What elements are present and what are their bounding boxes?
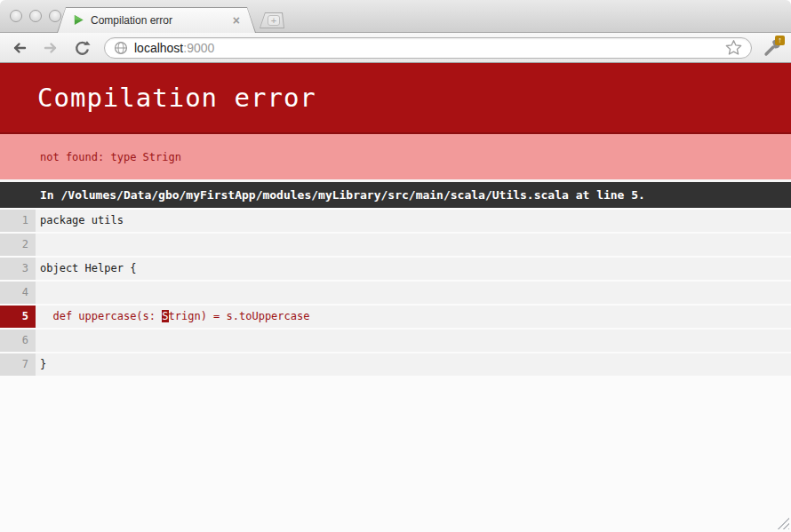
- error-marker: S: [162, 310, 168, 322]
- line-number: 3: [0, 258, 36, 280]
- line-number: 5: [0, 306, 36, 328]
- forward-button[interactable]: [38, 37, 63, 59]
- error-page: Compilation error not found: type Strign…: [0, 63, 791, 531]
- code-line-2: 2: [0, 234, 791, 256]
- code-line-5: 5 def uppercase(s: Strign) = s.toUpperca…: [0, 306, 791, 328]
- code-text: object Helper {: [36, 258, 791, 280]
- error-header: Compilation error: [0, 63, 791, 134]
- forward-arrow-icon: [42, 39, 60, 57]
- browser-toolbar: localhost:9000 ↑: [0, 33, 791, 63]
- play-favicon-icon: [73, 14, 84, 26]
- globe-icon: [114, 41, 128, 55]
- bookmark-star-icon[interactable]: [725, 39, 742, 56]
- traffic-lights: [10, 10, 61, 22]
- tab-close-icon[interactable]: ×: [231, 12, 242, 28]
- url-text[interactable]: localhost:9000: [134, 41, 725, 55]
- back-button[interactable]: [7, 37, 32, 59]
- line-number: 2: [0, 234, 36, 256]
- line-number: 6: [0, 330, 36, 352]
- browser-window: Compilation error × +: [0, 0, 791, 532]
- window-titlebar: Compilation error × +: [0, 0, 791, 33]
- code-text: [36, 234, 791, 256]
- error-message-banner: not found: type Strign: [0, 134, 791, 179]
- code-text: package utils: [36, 210, 791, 232]
- code-text: def uppercase(s: Strign) = s.toUppercase: [36, 306, 791, 328]
- url-port: :9000: [183, 41, 214, 55]
- code-line-3: 3object Helper {: [0, 258, 791, 280]
- wrench-menu-button[interactable]: ↑: [761, 37, 784, 59]
- url-host: localhost: [134, 41, 183, 55]
- plus-icon: +: [268, 15, 280, 26]
- window-minimize-button[interactable]: [29, 10, 42, 22]
- back-arrow-icon: [11, 39, 28, 57]
- reload-icon: [73, 39, 91, 57]
- new-tab-button[interactable]: +: [260, 12, 284, 28]
- window-close-button[interactable]: [10, 10, 22, 22]
- tab-compilation-error[interactable]: Compilation error ×: [57, 7, 256, 33]
- source-location: In /Volumes/Data/gbo/myFirstApp/modules/…: [40, 188, 645, 202]
- code-line-4: 4: [0, 282, 791, 304]
- code-text: [36, 282, 791, 304]
- code-line-6: 6: [0, 330, 791, 352]
- source-location-bar: In /Volumes/Data/gbo/myFirstApp/modules/…: [0, 182, 791, 208]
- address-bar[interactable]: localhost:9000: [104, 37, 752, 59]
- code-text: [36, 330, 791, 352]
- line-number: 4: [0, 282, 36, 304]
- error-message: not found: type Strign: [40, 151, 181, 163]
- tab-title: Compilation error: [91, 14, 231, 27]
- reload-button[interactable]: [69, 37, 94, 59]
- code-listing: 1package utils23object Helper {45 def up…: [0, 208, 791, 376]
- page-title: Compilation error: [37, 83, 316, 113]
- resize-grip[interactable]: [776, 516, 789, 529]
- line-number: 7: [0, 353, 36, 376]
- code-line-1: 1package utils: [0, 210, 791, 232]
- update-badge-icon: ↑: [775, 36, 785, 45]
- code-line-7: 7}: [0, 353, 791, 376]
- line-number: 1: [0, 210, 36, 232]
- code-text: }: [36, 353, 791, 376]
